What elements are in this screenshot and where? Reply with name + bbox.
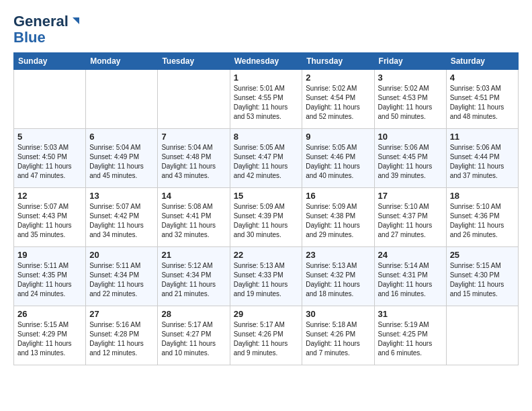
- day-info: Sunrise: 5:08 AM Sunset: 4:41 PM Dayligh…: [161, 202, 226, 240]
- day-number: 20: [89, 250, 154, 260]
- calendar-cell: 6Sunrise: 5:04 AM Sunset: 4:49 PM Daylig…: [86, 129, 158, 188]
- day-info: Sunrise: 5:03 AM Sunset: 4:51 PM Dayligh…: [450, 84, 515, 122]
- calendar-cell: 21Sunrise: 5:12 AM Sunset: 4:34 PM Dayli…: [158, 247, 230, 306]
- calendar-cell: 3Sunrise: 5:02 AM Sunset: 4:53 PM Daylig…: [374, 70, 446, 129]
- weekday-header-saturday: Saturday: [446, 53, 518, 70]
- day-number: 11: [450, 132, 515, 142]
- calendar-cell: 8Sunrise: 5:05 AM Sunset: 4:47 PM Daylig…: [230, 129, 302, 188]
- day-info: Sunrise: 5:19 AM Sunset: 4:25 PM Dayligh…: [378, 320, 443, 358]
- calendar-week-row: 26Sunrise: 5:15 AM Sunset: 4:29 PM Dayli…: [14, 306, 519, 365]
- day-info: Sunrise: 5:09 AM Sunset: 4:39 PM Dayligh…: [234, 202, 299, 240]
- day-number: 5: [17, 132, 82, 142]
- calendar-cell: 4Sunrise: 5:03 AM Sunset: 4:51 PM Daylig…: [446, 70, 518, 129]
- calendar-cell: [14, 70, 86, 129]
- calendar-cell: 24Sunrise: 5:14 AM Sunset: 4:31 PM Dayli…: [374, 247, 446, 306]
- calendar-week-row: 1Sunrise: 5:01 AM Sunset: 4:55 PM Daylig…: [14, 70, 519, 129]
- calendar-cell: 23Sunrise: 5:13 AM Sunset: 4:32 PM Dayli…: [302, 247, 374, 306]
- calendar-cell: 9Sunrise: 5:05 AM Sunset: 4:46 PM Daylig…: [302, 129, 374, 188]
- day-info: Sunrise: 5:10 AM Sunset: 4:37 PM Dayligh…: [378, 202, 443, 240]
- calendar-cell: [86, 70, 158, 129]
- day-number: 30: [306, 309, 370, 319]
- day-number: 7: [161, 132, 226, 142]
- calendar-cell: 27Sunrise: 5:16 AM Sunset: 4:28 PM Dayli…: [86, 306, 158, 365]
- day-info: Sunrise: 5:03 AM Sunset: 4:50 PM Dayligh…: [17, 143, 82, 181]
- day-number: 4: [450, 73, 515, 83]
- calendar-cell: 18Sunrise: 5:10 AM Sunset: 4:36 PM Dayli…: [446, 188, 518, 247]
- day-info: Sunrise: 5:15 AM Sunset: 4:29 PM Dayligh…: [17, 320, 82, 358]
- svg-marker-0: [73, 17, 79, 24]
- calendar-cell: 5Sunrise: 5:03 AM Sunset: 4:50 PM Daylig…: [14, 129, 86, 188]
- day-info: Sunrise: 5:09 AM Sunset: 4:38 PM Dayligh…: [306, 202, 370, 240]
- calendar-cell: 14Sunrise: 5:08 AM Sunset: 4:41 PM Dayli…: [158, 188, 230, 247]
- weekday-header-tuesday: Tuesday: [158, 53, 230, 70]
- day-number: 28: [161, 309, 226, 319]
- logo-text: General: [13, 13, 69, 30]
- calendar-cell: 10Sunrise: 5:06 AM Sunset: 4:45 PM Dayli…: [374, 129, 446, 188]
- day-number: 27: [89, 309, 154, 319]
- calendar-cell: [446, 306, 518, 365]
- calendar-cell: 19Sunrise: 5:11 AM Sunset: 4:35 PM Dayli…: [14, 247, 86, 306]
- calendar-cell: 29Sunrise: 5:17 AM Sunset: 4:26 PM Dayli…: [230, 306, 302, 365]
- day-info: Sunrise: 5:01 AM Sunset: 4:55 PM Dayligh…: [234, 84, 299, 122]
- day-number: 10: [378, 132, 443, 142]
- calendar-cell: 17Sunrise: 5:10 AM Sunset: 4:37 PM Dayli…: [374, 188, 446, 247]
- logo-arrow-icon: [70, 15, 82, 27]
- calendar-cell: 11Sunrise: 5:06 AM Sunset: 4:44 PM Dayli…: [446, 129, 518, 188]
- calendar-cell: 13Sunrise: 5:07 AM Sunset: 4:42 PM Dayli…: [86, 188, 158, 247]
- day-number: 22: [234, 250, 299, 260]
- day-info: Sunrise: 5:12 AM Sunset: 4:34 PM Dayligh…: [161, 261, 226, 299]
- calendar-week-row: 12Sunrise: 5:07 AM Sunset: 4:43 PM Dayli…: [14, 188, 519, 247]
- day-info: Sunrise: 5:18 AM Sunset: 4:26 PM Dayligh…: [306, 320, 370, 358]
- logo: General Blue: [13, 13, 82, 46]
- day-number: 17: [378, 191, 443, 201]
- day-info: Sunrise: 5:14 AM Sunset: 4:31 PM Dayligh…: [378, 261, 443, 299]
- day-info: Sunrise: 5:02 AM Sunset: 4:53 PM Dayligh…: [378, 84, 443, 122]
- day-number: 19: [17, 250, 82, 260]
- day-info: Sunrise: 5:04 AM Sunset: 4:48 PM Dayligh…: [161, 143, 226, 181]
- day-info: Sunrise: 5:10 AM Sunset: 4:36 PM Dayligh…: [450, 202, 515, 240]
- calendar-table: SundayMondayTuesdayWednesdayThursdayFrid…: [13, 52, 519, 365]
- day-info: Sunrise: 5:13 AM Sunset: 4:32 PM Dayligh…: [306, 261, 370, 299]
- day-info: Sunrise: 5:04 AM Sunset: 4:49 PM Dayligh…: [89, 143, 154, 181]
- day-number: 8: [234, 132, 299, 142]
- day-number: 16: [306, 191, 370, 201]
- day-info: Sunrise: 5:17 AM Sunset: 4:26 PM Dayligh…: [234, 320, 299, 358]
- weekday-header-thursday: Thursday: [302, 53, 374, 70]
- day-info: Sunrise: 5:06 AM Sunset: 4:45 PM Dayligh…: [378, 143, 443, 181]
- day-number: 12: [17, 191, 82, 201]
- day-info: Sunrise: 5:02 AM Sunset: 4:54 PM Dayligh…: [306, 84, 370, 122]
- calendar-cell: [158, 70, 230, 129]
- calendar-cell: 15Sunrise: 5:09 AM Sunset: 4:39 PM Dayli…: [230, 188, 302, 247]
- day-number: 15: [234, 191, 299, 201]
- day-number: 18: [450, 191, 515, 201]
- day-info: Sunrise: 5:17 AM Sunset: 4:27 PM Dayligh…: [161, 320, 226, 358]
- day-info: Sunrise: 5:07 AM Sunset: 4:43 PM Dayligh…: [17, 202, 82, 240]
- calendar-header-row: SundayMondayTuesdayWednesdayThursdayFrid…: [14, 53, 519, 70]
- day-number: 6: [89, 132, 154, 142]
- calendar-week-row: 19Sunrise: 5:11 AM Sunset: 4:35 PM Dayli…: [14, 247, 519, 306]
- calendar-cell: 12Sunrise: 5:07 AM Sunset: 4:43 PM Dayli…: [14, 188, 86, 247]
- day-info: Sunrise: 5:13 AM Sunset: 4:33 PM Dayligh…: [234, 261, 299, 299]
- calendar-cell: 26Sunrise: 5:15 AM Sunset: 4:29 PM Dayli…: [14, 306, 86, 365]
- day-info: Sunrise: 5:15 AM Sunset: 4:30 PM Dayligh…: [450, 261, 515, 299]
- calendar-cell: 7Sunrise: 5:04 AM Sunset: 4:48 PM Daylig…: [158, 129, 230, 188]
- calendar-cell: 25Sunrise: 5:15 AM Sunset: 4:30 PM Dayli…: [446, 247, 518, 306]
- day-info: Sunrise: 5:11 AM Sunset: 4:34 PM Dayligh…: [89, 261, 154, 299]
- day-number: 13: [89, 191, 154, 201]
- day-number: 21: [161, 250, 226, 260]
- weekday-header-monday: Monday: [86, 53, 158, 70]
- day-number: 2: [306, 73, 370, 83]
- page-header: General Blue: [13, 13, 519, 46]
- calendar-cell: 16Sunrise: 5:09 AM Sunset: 4:38 PM Dayli…: [302, 188, 374, 247]
- day-number: 31: [378, 309, 443, 319]
- calendar-cell: 22Sunrise: 5:13 AM Sunset: 4:33 PM Dayli…: [230, 247, 302, 306]
- weekday-header-wednesday: Wednesday: [230, 53, 302, 70]
- weekday-header-friday: Friday: [374, 53, 446, 70]
- calendar-cell: 30Sunrise: 5:18 AM Sunset: 4:26 PM Dayli…: [302, 306, 374, 365]
- day-number: 9: [306, 132, 370, 142]
- day-number: 25: [450, 250, 515, 260]
- day-info: Sunrise: 5:05 AM Sunset: 4:46 PM Dayligh…: [306, 143, 370, 181]
- calendar-cell: 2Sunrise: 5:02 AM Sunset: 4:54 PM Daylig…: [302, 70, 374, 129]
- day-number: 26: [17, 309, 82, 319]
- day-number: 23: [306, 250, 370, 260]
